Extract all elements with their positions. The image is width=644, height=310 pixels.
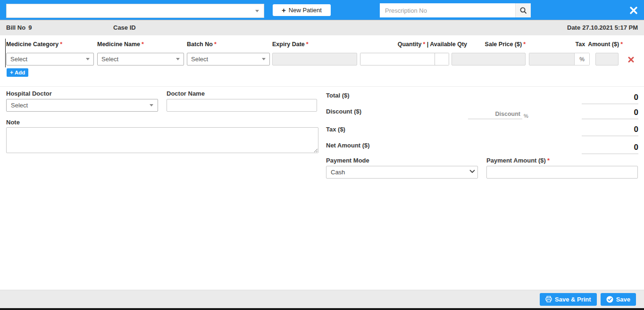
new-patient-button[interactable]: + New Patient <box>273 4 331 16</box>
total-label: Total ($) <box>326 92 350 99</box>
header-quantity: Quantity* | Available Qty <box>360 41 467 48</box>
bill-date: Date27.10.2021 5:17 PM <box>567 20 638 35</box>
quantity-group <box>360 53 449 65</box>
search-icon <box>519 7 527 14</box>
bill-no: Bill No9 <box>6 20 32 35</box>
remove-row-button[interactable] <box>627 55 635 64</box>
doctor-name-label: Doctor Name <box>167 90 205 97</box>
tax-label: Tax ($) <box>326 126 345 133</box>
bill-date-value: 27.10.2021 5:17 PM <box>582 24 638 31</box>
prescription-search-button[interactable] <box>515 3 531 17</box>
discount-value: 0 <box>582 107 638 119</box>
required-marker: * <box>306 41 309 48</box>
discount-label: Discount ($) <box>326 108 361 115</box>
required-marker: * <box>547 157 550 164</box>
tax-field <box>529 53 574 65</box>
total-value: 0 <box>582 92 638 104</box>
required-marker: * <box>423 41 425 48</box>
header-medicine-category: Medicine Category* <box>6 41 62 48</box>
tax-percent-addon: % <box>574 53 589 65</box>
payment-amount-label: Payment Amount ($)* <box>486 157 550 164</box>
hospital-doctor-label: Hospital Doctor <box>6 90 52 97</box>
net-amount-label: Net Amount ($) <box>326 142 370 149</box>
chevron-down-icon <box>86 58 90 60</box>
bill-info-bar: Bill No9 Case ID Date27.10.2021 5:17 PM <box>0 20 644 35</box>
header-batch-no: Batch No* <box>187 41 217 48</box>
check-circle-icon <box>606 296 613 303</box>
tax-group: % <box>529 53 590 65</box>
header-expiry-date: Expiry Date* <box>272 41 309 48</box>
printer-icon <box>545 296 552 302</box>
payment-mode-label: Payment Mode <box>326 157 369 164</box>
chevron-down-icon <box>176 58 180 60</box>
net-amount-value: 0 <box>582 142 638 154</box>
required-marker: * <box>523 41 526 48</box>
new-patient-label: New Patient <box>289 7 322 14</box>
header-tax-amount: TaxAmount ($)* <box>528 41 623 48</box>
discount-percent-input[interactable] <box>468 111 522 119</box>
bill-no-value: 9 <box>28 24 32 31</box>
header-medicine-name: Medicine Name* <box>97 41 144 48</box>
case-id-label: Case ID <box>113 20 136 35</box>
modal-header-bar: + New Patient <box>0 0 644 20</box>
plus-icon: + <box>282 7 286 14</box>
batch-no-select[interactable]: Select <box>187 53 270 65</box>
percent-sign: % <box>524 113 528 119</box>
pharmacy-bill-modal: + New Patient Bill No9 Case ID Date27.10… <box>0 0 644 310</box>
save-button[interactable]: Save <box>601 293 636 306</box>
save-print-label: Save & Print <box>555 296 591 303</box>
amount-field <box>595 53 619 65</box>
delete-row-icon <box>628 57 634 63</box>
table-left-border <box>5 39 6 67</box>
hospital-doctor-select[interactable]: Select <box>6 99 158 112</box>
medicine-category-select[interactable]: Select <box>6 53 94 65</box>
required-marker: * <box>60 41 62 48</box>
section-divider <box>0 86 644 87</box>
prescription-no-input[interactable] <box>380 3 515 17</box>
payment-mode-select[interactable]: Cash <box>326 166 478 179</box>
modal-footer: Save & Print Save <box>0 290 644 308</box>
add-row-label: Add <box>15 70 25 75</box>
payment-amount-input[interactable] <box>486 166 638 179</box>
tax-value: 0 <box>582 124 638 136</box>
add-row-button[interactable]: + Add <box>7 68 28 77</box>
discount-percent-group: % <box>468 108 528 119</box>
chevron-down-icon <box>262 58 266 60</box>
required-marker: * <box>142 41 144 48</box>
save-label: Save <box>616 296 630 303</box>
required-marker: * <box>214 41 217 48</box>
background-page-strip <box>0 308 644 310</box>
chevron-down-icon <box>150 104 153 106</box>
doctor-name-input[interactable] <box>167 99 317 112</box>
patient-select[interactable] <box>6 4 264 18</box>
save-and-print-button[interactable]: Save & Print <box>540 293 597 306</box>
sale-price-field <box>452 53 526 65</box>
modal-body: Medicine Category* Medicine Name* Batch … <box>0 35 644 290</box>
prescription-search-group <box>380 3 531 17</box>
medicine-name-select[interactable]: Select <box>97 53 184 65</box>
close-icon <box>629 6 638 15</box>
quantity-input[interactable] <box>360 53 435 65</box>
header-sale-price: Sale Price ($)* <box>452 41 526 48</box>
expiry-date-field <box>272 53 357 65</box>
available-qty-box <box>435 53 449 65</box>
close-button[interactable] <box>628 5 639 16</box>
required-marker: * <box>620 41 623 48</box>
plus-icon: + <box>10 69 13 76</box>
chevron-down-icon <box>255 10 259 12</box>
note-label: Note <box>6 119 20 126</box>
note-textarea[interactable] <box>6 127 318 153</box>
